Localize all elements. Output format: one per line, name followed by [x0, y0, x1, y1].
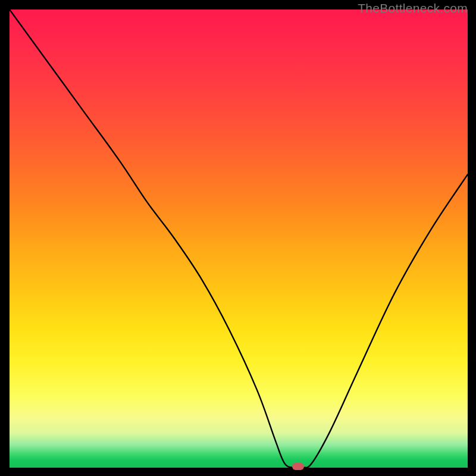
watermark-text: TheBottleneck.com — [358, 1, 468, 15]
chart-frame: TheBottleneck.com — [0, 0, 476, 476]
optimal-point-marker — [292, 463, 304, 470]
bottleneck-curve — [10, 10, 468, 468]
plot-area — [10, 10, 468, 468]
